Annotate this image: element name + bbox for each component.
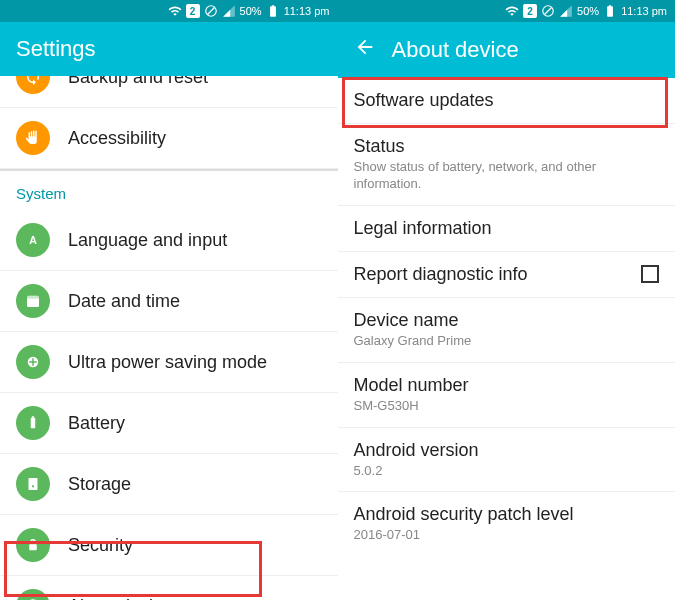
settings-content: Backup and reset Accessibility System A … xyxy=(0,76,338,600)
item-title: Android security patch level xyxy=(354,504,660,525)
battery-icon xyxy=(603,4,617,18)
about-content: Software updates Status Show status of b… xyxy=(338,78,676,600)
language-icon: A xyxy=(16,223,50,257)
list-item-label: Ultra power saving mode xyxy=(68,352,267,373)
battery-percent: 50% xyxy=(240,5,262,17)
section-header-system: System xyxy=(0,171,338,210)
settings-header: Settings xyxy=(0,22,338,76)
list-item-label: Security xyxy=(68,535,133,556)
info-icon: i xyxy=(16,589,50,600)
item-legal[interactable]: Legal information xyxy=(338,206,676,252)
battery-icon xyxy=(266,4,280,18)
about-header: About device xyxy=(338,22,676,78)
svg-rect-6 xyxy=(31,418,36,429)
item-device-name[interactable]: Device name Galaxy Grand Prime xyxy=(338,298,676,363)
item-diagnostic[interactable]: Report diagnostic info xyxy=(338,252,676,298)
list-item-label: Date and time xyxy=(68,291,180,312)
sim-badge: 2 xyxy=(186,4,200,18)
lock-icon xyxy=(16,528,50,562)
list-item-datetime[interactable]: Date and time xyxy=(0,271,338,332)
svg-rect-10 xyxy=(29,544,37,550)
hand-icon xyxy=(16,121,50,155)
list-item-language[interactable]: A Language and input xyxy=(0,210,338,271)
item-title: Legal information xyxy=(354,218,660,239)
page-title: Settings xyxy=(16,36,96,62)
settings-screen: 2 50% 11:13 pm Settings Backup and reset… xyxy=(0,0,338,600)
item-subtitle: 5.0.2 xyxy=(354,463,660,480)
item-security-patch[interactable]: Android security patch level 2016-07-01 xyxy=(338,492,676,556)
list-item-label: Battery xyxy=(68,413,125,434)
power-saving-icon xyxy=(16,345,50,379)
status-bar: 2 50% 11:13 pm xyxy=(0,0,338,22)
svg-rect-8 xyxy=(29,478,38,490)
status-time: 11:13 pm xyxy=(621,5,667,17)
item-status[interactable]: Status Show status of battery, network, … xyxy=(338,124,676,206)
item-android-version[interactable]: Android version 5.0.2 xyxy=(338,428,676,493)
item-model-number[interactable]: Model number SM-G530H xyxy=(338,363,676,428)
list-item-powersaving[interactable]: Ultra power saving mode xyxy=(0,332,338,393)
list-item-about[interactable]: i About device xyxy=(0,576,338,600)
list-item-storage[interactable]: Storage xyxy=(0,454,338,515)
svg-text:A: A xyxy=(29,234,37,246)
page-title: About device xyxy=(392,37,519,63)
item-title: Status xyxy=(354,136,660,157)
list-item-label: Language and input xyxy=(68,230,227,251)
svg-rect-4 xyxy=(27,296,39,299)
svg-line-14 xyxy=(545,8,552,15)
no-signal-icon xyxy=(204,4,218,18)
battery-item-icon xyxy=(16,406,50,440)
svg-line-1 xyxy=(207,8,214,15)
status-time: 11:13 pm xyxy=(284,5,330,17)
svg-rect-7 xyxy=(32,416,34,418)
svg-point-9 xyxy=(32,485,34,487)
list-item-accessibility[interactable]: Accessibility xyxy=(0,108,338,169)
item-title: Report diagnostic info xyxy=(354,264,660,285)
wifi-icon xyxy=(505,4,519,18)
back-button[interactable] xyxy=(354,36,376,64)
storage-icon xyxy=(16,467,50,501)
sim-badge: 2 xyxy=(523,4,537,18)
backup-icon xyxy=(16,76,50,94)
signal-icon xyxy=(222,4,236,18)
item-subtitle: Galaxy Grand Prime xyxy=(354,333,660,350)
calendar-icon xyxy=(16,284,50,318)
about-device-screen: 2 50% 11:13 pm About device Software upd… xyxy=(338,0,676,600)
list-item-label: About device xyxy=(68,596,172,601)
wifi-icon xyxy=(168,4,182,18)
diagnostic-checkbox[interactable] xyxy=(641,265,659,283)
list-item-battery[interactable]: Battery xyxy=(0,393,338,454)
list-item-security[interactable]: Security xyxy=(0,515,338,576)
list-item-label: Backup and reset xyxy=(68,76,208,88)
list-item-label: Storage xyxy=(68,474,131,495)
item-subtitle: SM-G530H xyxy=(354,398,660,415)
arrow-left-icon xyxy=(354,36,376,58)
item-subtitle: Show status of battery, network, and oth… xyxy=(354,159,660,193)
signal-icon xyxy=(559,4,573,18)
item-title: Android version xyxy=(354,440,660,461)
item-title: Device name xyxy=(354,310,660,331)
item-title: Software updates xyxy=(354,90,660,111)
list-item-label: Accessibility xyxy=(68,128,166,149)
no-signal-icon xyxy=(541,4,555,18)
item-subtitle: 2016-07-01 xyxy=(354,527,660,544)
item-title: Model number xyxy=(354,375,660,396)
item-software-updates[interactable]: Software updates xyxy=(338,78,676,124)
status-bar: 2 50% 11:13 pm xyxy=(338,0,676,22)
list-item-backup[interactable]: Backup and reset xyxy=(0,76,338,108)
battery-percent: 50% xyxy=(577,5,599,17)
